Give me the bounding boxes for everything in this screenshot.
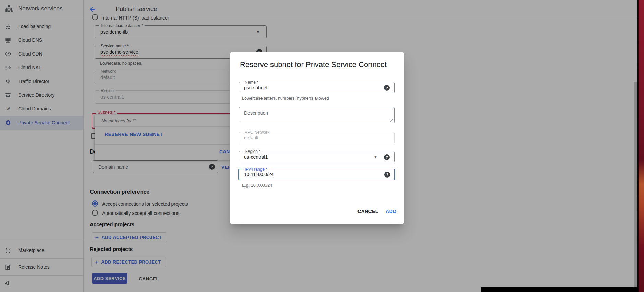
textarea-resize-grip[interactable] [390,119,393,122]
subnet-name-label: Name * [243,80,260,85]
description-placeholder: Description [244,110,268,116]
ipv4-range-help-icon[interactable]: ? [384,172,390,178]
subnet-region-help-icon[interactable]: ? [384,154,390,160]
app-window: Network services Load balancing Cloud DN… [0,0,644,292]
ipv4-range-helper: E.g. 10.0.0.0/24 [242,183,272,188]
dialog-title: Reserve subnet for Private Service Conne… [240,60,387,69]
subnet-name-value: psc-subnet [244,85,267,90]
desktop-background-strip [639,0,644,292]
vpc-network-value: default [244,135,258,141]
chevron-down-icon: ▼ [374,155,377,159]
subnet-region-value: us-central1 [244,154,268,160]
ipv4-range-label: IPv4 range * [243,167,269,172]
subnet-name-helper: Lowercase letters, numbers, hyphens allo… [242,96,329,101]
taskbar-strip [481,287,639,292]
reserve-subnet-dialog: Reserve subnet for Private Service Conne… [230,52,404,224]
description-textarea[interactable]: Description [239,107,395,123]
subnet-name-input[interactable]: Name * psc-subnet ? [239,82,395,93]
subnet-region-select[interactable]: Region * us-central1 ▼ ? [239,151,395,162]
ipv4-range-value: 10.118.0.0/24 [244,172,274,177]
vpc-network-field: VPC Network default [239,132,395,143]
subnet-name-help-icon[interactable]: ? [384,85,390,91]
subnet-region-label: Region * [243,149,262,154]
ipv4-range-input[interactable]: IPv4 range * 10.118.0.0/24 ? [238,169,395,180]
vpc-network-label: VPC Network [243,130,271,135]
dialog-cancel-button[interactable]: CANCEL [357,209,378,214]
dialog-add-button[interactable]: ADD [386,209,397,214]
